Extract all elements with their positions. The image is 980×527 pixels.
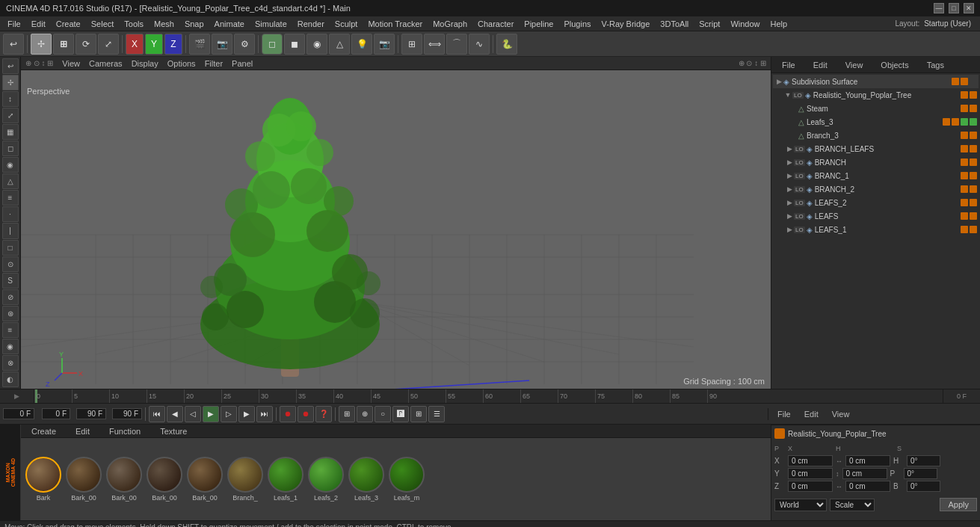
magnet-btn[interactable]: S: [2, 273, 19, 289]
mat-texture-tab[interactable]: Texture: [154, 425, 193, 437]
rotate-btn[interactable]: ↕: [2, 91, 19, 107]
render-l1[interactable]: [970, 226, 977, 233]
material-leafs2[interactable]: Leafs_2: [308, 457, 344, 502]
prev-key-btn[interactable]: ◁: [185, 406, 201, 422]
tree-item-leafs[interactable]: ▶ LO ◈ LEAFS: [773, 209, 979, 223]
scale-tool-btn[interactable]: ⊞: [53, 34, 74, 55]
material-leafs-m[interactable]: Leafs_m: [389, 457, 425, 502]
menu-window[interactable]: Window: [726, 18, 764, 30]
symmetry-btn[interactable]: ⟺: [424, 34, 445, 55]
tree-item-leafs1[interactable]: ▶ LO ◈ LEAFS_1: [773, 223, 979, 236]
menu-vray[interactable]: V-Ray Bridge: [597, 18, 655, 30]
anim-layer4-btn[interactable]: 🅿: [392, 406, 409, 422]
anim-layer5-btn[interactable]: ⊞: [410, 406, 427, 422]
mat-create-tab[interactable]: Create: [25, 425, 62, 437]
render-b[interactable]: [970, 158, 977, 166]
menu-mesh[interactable]: Mesh: [150, 18, 179, 30]
go-to-end-btn[interactable]: ⏭: [256, 406, 273, 422]
tree-item-branch-leafs[interactable]: ▶ LO ◈ BRANCH_LEAFS: [773, 142, 979, 155]
autokey-btn[interactable]: ⏺: [298, 406, 314, 422]
z-axis-btn[interactable]: Z: [164, 34, 182, 55]
attr-file-tab[interactable]: File: [771, 408, 797, 420]
end-frame-input[interactable]: [76, 408, 106, 419]
undo-btn[interactable]: ↩: [3, 34, 24, 55]
material-leafs1[interactable]: Leafs_1: [268, 457, 303, 502]
rotate-tool-btn[interactable]: ⟳: [75, 34, 96, 55]
x-rot-input[interactable]: [845, 455, 890, 466]
mat-edit-tab[interactable]: Edit: [70, 425, 96, 437]
menu-select[interactable]: Select: [87, 18, 119, 30]
flatten-btn[interactable]: ≡: [2, 322, 19, 338]
go-to-start-btn[interactable]: ⏮: [149, 406, 165, 422]
vis-leafs3[interactable]: [943, 118, 950, 126]
material-leafs3[interactable]: Leafs_3: [348, 457, 384, 502]
menu-3dtoall[interactable]: 3DToAll: [656, 18, 693, 30]
fps-input[interactable]: [42, 408, 70, 419]
close-btn[interactable]: ✕: [964, 3, 974, 13]
move-tool-btn[interactable]: ✢: [31, 34, 52, 55]
next-key-btn[interactable]: ▷: [221, 406, 237, 422]
render-icon-poplar[interactable]: [970, 91, 977, 99]
vis-b2[interactable]: [961, 185, 968, 193]
null-obj-btn[interactable]: ◻: [262, 34, 283, 55]
tree-item-steam[interactable]: △ Steam: [773, 102, 979, 115]
edge-btn[interactable]: ≡: [2, 190, 19, 206]
spline-btn[interactable]: ∿: [469, 34, 490, 55]
mat2-leafs3[interactable]: [970, 118, 977, 126]
viewport-nav-view[interactable]: View: [62, 59, 80, 68]
apply-button[interactable]: Apply: [940, 498, 977, 511]
viewport-nav-filter[interactable]: Filter: [205, 59, 223, 68]
anim-layer2-btn[interactable]: ⊕: [357, 406, 373, 422]
anim-layer3-btn[interactable]: ○: [375, 406, 391, 422]
loop-btn[interactable]: □: [2, 240, 19, 256]
tree-item-branch[interactable]: ▶ LO ◈ BRANCH: [773, 155, 979, 169]
help-btn[interactable]: ❓: [315, 406, 332, 422]
z-pos-input[interactable]: [788, 481, 833, 492]
polygon-btn[interactable]: △: [2, 173, 19, 189]
viewport-canvas[interactable]: X Y Z: [21, 70, 771, 389]
sphere-btn[interactable]: ◉: [306, 34, 327, 55]
record-btn[interactable]: ⏺: [280, 406, 296, 422]
vis-steam[interactable]: [961, 105, 968, 112]
tree-item-branc1[interactable]: ▶ LO ◈ BRANC_1: [773, 169, 979, 182]
anim-layer6-btn[interactable]: ☰: [428, 406, 445, 422]
play-btn[interactable]: ▶: [203, 406, 219, 422]
y-rot-input[interactable]: [842, 468, 887, 479]
viewport-view-controls[interactable]: ⊕ ⊙ ↕ ⊞: [739, 59, 766, 67]
menu-simulate[interactable]: Simulate: [250, 18, 292, 30]
light-btn[interactable]: 💡: [351, 34, 372, 55]
material-bark[interactable]: Bark: [25, 457, 61, 502]
b-input[interactable]: [907, 481, 940, 492]
lock-icon[interactable]: [970, 78, 977, 85]
menu-help[interactable]: Help: [766, 18, 792, 30]
vis-l1[interactable]: [961, 226, 968, 233]
minimize-btn[interactable]: —: [934, 3, 944, 13]
anim-layer1-btn[interactable]: ⊞: [339, 406, 355, 422]
render-bl[interactable]: [970, 145, 977, 152]
scale-dropdown[interactable]: Scale: [830, 499, 875, 511]
move-btn[interactable]: ✢: [2, 75, 19, 90]
inflate-btn[interactable]: ◉: [2, 339, 19, 354]
prev-frame-btn[interactable]: ◀: [167, 406, 183, 422]
h-input[interactable]: [907, 455, 940, 466]
boole-btn[interactable]: ⊞: [401, 34, 422, 55]
menu-mograph[interactable]: MoGraph: [428, 18, 472, 30]
mat-function-tab[interactable]: Function: [103, 425, 147, 437]
vis-icon-poplar[interactable]: [961, 91, 968, 99]
timeline-ruler[interactable]: 0 5 10 15 20 25 30 35 40 45 50 55 60 65 …: [34, 389, 943, 403]
visibility-icon[interactable]: [952, 78, 959, 85]
x-pos-input[interactable]: [788, 455, 833, 466]
cube-btn[interactable]: ◼: [284, 34, 305, 55]
attr-view-tab[interactable]: View: [826, 408, 856, 420]
render-icon[interactable]: [961, 78, 968, 85]
tree-item-branch2[interactable]: ▶ LO ◈ BRANCH_2: [773, 182, 979, 196]
cube-tool-btn[interactable]: ◻: [2, 141, 19, 156]
max-frame-input[interactable]: [112, 408, 142, 419]
smooth-btn[interactable]: ⊘: [2, 289, 19, 305]
vis-b[interactable]: [961, 158, 968, 166]
wax-btn[interactable]: ⊗: [2, 355, 19, 371]
rp-file-tab[interactable]: File: [776, 59, 801, 71]
select-all-btn[interactable]: ↩: [2, 58, 19, 74]
render-steam[interactable]: [970, 105, 977, 112]
material-branch[interactable]: Branch_: [227, 457, 263, 502]
